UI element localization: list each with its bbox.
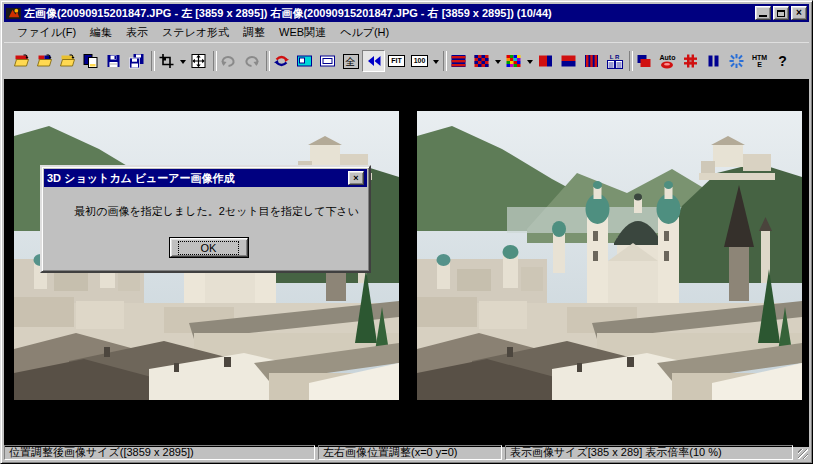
- lr-pair-button[interactable]: L R: [603, 50, 626, 72]
- checkerboard-dropdown[interactable]: [493, 50, 502, 72]
- toolbar: 全 FIT 100: [4, 42, 809, 79]
- save-icon: [105, 53, 122, 69]
- step-back-button[interactable]: [362, 50, 385, 72]
- save-all-icon: [128, 53, 145, 69]
- dialog-titlebar[interactable]: 3D ショットカム ビューアー画像作成 ×: [44, 169, 367, 187]
- toolbar-separator: [440, 51, 447, 71]
- dialog-title: 3D ショットカム ビューアー画像作成: [47, 171, 348, 186]
- checkerboard-button[interactable]: [470, 50, 493, 72]
- pan-fit-icon: [190, 53, 207, 69]
- anaglyph-grid-icon: [682, 53, 699, 69]
- side-by-side-button[interactable]: [534, 50, 557, 72]
- statusbar: 位置調整後画像サイズ([3859 x 2895]) 左右画像位置調整(x=0 y…: [4, 445, 809, 460]
- ok-button-label: OK: [178, 241, 240, 255]
- status-adjusted-image-size: 位置調整後画像サイズ([3859 x 2895]): [4, 445, 315, 460]
- interlace-button[interactable]: [447, 50, 470, 72]
- swap-left-right-button[interactable]: [270, 50, 293, 72]
- open-left-image-button[interactable]: [10, 50, 33, 72]
- color-checkerboard-icon: [505, 53, 522, 69]
- open-left-image-icon: [13, 53, 30, 69]
- save-all-button[interactable]: [125, 50, 148, 72]
- close-button[interactable]: ×: [791, 6, 807, 20]
- open-right-image-icon: [36, 53, 53, 69]
- html-export-button[interactable]: HTM E: [748, 50, 771, 72]
- menu-view[interactable]: 表示: [119, 23, 155, 42]
- overlay-icon: [636, 53, 653, 69]
- frame-view-icon: [319, 53, 336, 69]
- dialog-message: 最初の画像を指定しました。2セット目を指定して下さい: [74, 204, 359, 219]
- app-window: 左画像(20090915201847.JPG - 左 [3859 x 2895]…: [0, 0, 813, 464]
- minimize-icon: [759, 15, 767, 17]
- interlace-icon: [450, 53, 467, 69]
- toolbar-separator: [263, 51, 270, 71]
- crop-icon: [158, 53, 175, 69]
- right-photo[interactable]: [417, 111, 802, 400]
- converge-button[interactable]: [725, 50, 748, 72]
- fit-window-button[interactable]: FIT: [385, 50, 408, 72]
- undo-icon: [220, 53, 237, 69]
- parallel-view-button[interactable]: [702, 50, 725, 72]
- frame-view-button[interactable]: [316, 50, 339, 72]
- auto-adjust-icon: Auto: [660, 54, 676, 69]
- vertical-stripes-icon: [583, 53, 600, 69]
- copy-image-icon: [82, 53, 99, 69]
- minimize-button[interactable]: [755, 6, 771, 20]
- menubar: ファイル(F) 編集 表示 ステレオ形式 調整 WEB関連 ヘルプ(H): [4, 22, 809, 42]
- close-icon: ×: [796, 8, 802, 18]
- menu-web[interactable]: WEB関連: [272, 23, 333, 42]
- crop-dropdown[interactable]: [178, 50, 187, 72]
- side-by-side-icon: [537, 53, 554, 69]
- checkerboard-icon: [473, 53, 490, 69]
- fullscreen-button[interactable]: 全: [339, 50, 362, 72]
- redo-icon: [243, 53, 260, 69]
- top-bottom-icon: [560, 53, 577, 69]
- converge-icon: [728, 53, 745, 69]
- zoom-100-icon: 100: [411, 55, 429, 67]
- auto-adjust-button[interactable]: Auto: [656, 50, 679, 72]
- copy-image-button[interactable]: [79, 50, 102, 72]
- save-button[interactable]: [102, 50, 125, 72]
- undo-button[interactable]: [217, 50, 240, 72]
- overlay-button[interactable]: [633, 50, 656, 72]
- open-right-image-button[interactable]: [33, 50, 56, 72]
- dialog-close-button[interactable]: ×: [348, 171, 364, 185]
- maximize-icon: [777, 10, 785, 17]
- help-icon: ?: [778, 53, 787, 69]
- toolbar-separator: [210, 51, 217, 71]
- color-checkerboard-dropdown[interactable]: [525, 50, 534, 72]
- top-bottom-button[interactable]: [557, 50, 580, 72]
- html-export-icon: HTM E: [752, 54, 767, 68]
- single-view-icon: [296, 53, 313, 69]
- resize-grip[interactable]: [796, 445, 809, 460]
- redo-button[interactable]: [240, 50, 263, 72]
- lr-pair-icon: L R: [607, 54, 623, 69]
- single-view-button[interactable]: [293, 50, 316, 72]
- vertical-stripes-button[interactable]: [580, 50, 603, 72]
- status-lr-position-adjust: 左右画像位置調整(x=0 y=0): [318, 445, 502, 460]
- anaglyph-grid-button[interactable]: [679, 50, 702, 72]
- swap-left-right-icon: [273, 53, 290, 69]
- crop-button[interactable]: [155, 50, 178, 72]
- status-display-size-zoom: 表示画像サイズ[385 x 289] 表示倍率(10 %): [505, 445, 793, 460]
- ok-button[interactable]: OK: [169, 237, 249, 258]
- zoom-100-button[interactable]: 100: [408, 50, 431, 72]
- zoom-dropdown[interactable]: [431, 50, 440, 72]
- titlebar[interactable]: 左画像(20090915201847.JPG - 左 [3859 x 2895]…: [4, 4, 809, 22]
- menu-help[interactable]: ヘルプ(H): [333, 23, 396, 42]
- menu-adjust[interactable]: 調整: [236, 23, 272, 42]
- message-dialog: 3D ショットカム ビューアー画像作成 × 最初の画像を指定しました。2セット目…: [40, 165, 371, 273]
- maximize-button[interactable]: [773, 6, 789, 20]
- window-title: 左画像(20090915201847.JPG - 左 [3859 x 2895]…: [24, 6, 751, 21]
- color-checkerboard-button[interactable]: [502, 50, 525, 72]
- app-icon: [6, 6, 21, 21]
- toolbar-separator: [148, 51, 155, 71]
- menu-edit[interactable]: 編集: [83, 23, 119, 42]
- help-button[interactable]: ?: [771, 50, 794, 72]
- pan-fit-button[interactable]: [187, 50, 210, 72]
- open-folder-button[interactable]: [56, 50, 79, 72]
- menu-file[interactable]: ファイル(F): [10, 23, 83, 42]
- menu-stereo-format[interactable]: ステレオ形式: [155, 23, 236, 42]
- toolbar-separator: [626, 51, 633, 71]
- close-icon: ×: [353, 173, 358, 183]
- fit-window-icon: FIT: [388, 55, 405, 67]
